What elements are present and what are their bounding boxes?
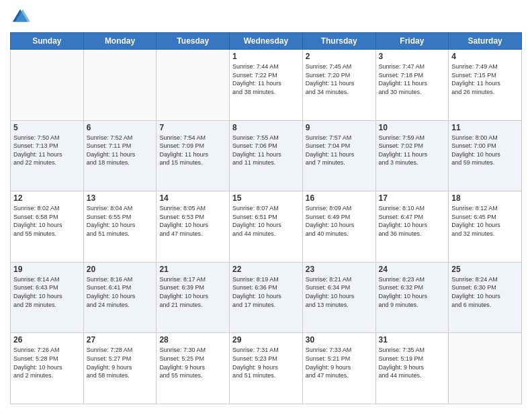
calendar-cell: 13Sunrise: 8:04 AM Sunset: 6:55 PM Dayli…: [83, 191, 157, 263]
calendar-cell: 14Sunrise: 8:05 AM Sunset: 6:53 PM Dayli…: [157, 191, 230, 263]
page: SundayMondayTuesdayWednesdayThursdayFrid…: [0, 0, 532, 411]
day-number: 8: [232, 123, 300, 132]
day-info: Sunrise: 8:17 AM Sunset: 6:39 PM Dayligh…: [159, 275, 226, 309]
calendar-table: SundayMondayTuesdayWednesdayThursdayFrid…: [10, 32, 522, 404]
calendar-cell: 8Sunrise: 7:55 AM Sunset: 7:06 PM Daylig…: [230, 120, 303, 191]
calendar-week-0: 1Sunrise: 7:44 AM Sunset: 7:22 PM Daylig…: [11, 50, 522, 121]
day-number: 15: [232, 193, 300, 203]
day-info: Sunrise: 8:12 AM Sunset: 6:45 PM Dayligh…: [451, 204, 519, 238]
header: [10, 7, 522, 27]
day-info: Sunrise: 7:54 AM Sunset: 7:09 PM Dayligh…: [159, 134, 226, 167]
day-number: 18: [451, 193, 519, 203]
calendar-cell: 11Sunrise: 8:00 AM Sunset: 7:00 PM Dayli…: [449, 120, 522, 191]
day-info: Sunrise: 7:30 AM Sunset: 5:25 PM Dayligh…: [159, 346, 226, 379]
day-number: 28: [159, 335, 226, 345]
day-number: 10: [379, 123, 446, 132]
logo-icon: [10, 7, 30, 27]
calendar-cell: 12Sunrise: 8:02 AM Sunset: 6:58 PM Dayli…: [11, 191, 84, 263]
calendar-cell: [449, 333, 522, 404]
day-info: Sunrise: 7:35 AM Sunset: 5:19 PM Dayligh…: [379, 346, 446, 379]
calendar-cell: 16Sunrise: 8:09 AM Sunset: 6:49 PM Dayli…: [302, 191, 375, 263]
calendar-header-monday: Monday: [83, 33, 157, 50]
day-number: 17: [379, 193, 446, 203]
day-info: Sunrise: 7:49 AM Sunset: 7:15 PM Dayligh…: [451, 62, 519, 96]
day-number: 9: [306, 123, 373, 132]
calendar-cell: 27Sunrise: 7:28 AM Sunset: 5:27 PM Dayli…: [83, 333, 157, 404]
day-number: 29: [232, 335, 300, 345]
day-number: 14: [159, 193, 226, 203]
calendar-header-thursday: Thursday: [302, 33, 375, 50]
day-info: Sunrise: 7:59 AM Sunset: 7:02 PM Dayligh…: [379, 134, 446, 167]
day-number: 21: [159, 265, 226, 274]
calendar-cell: 1Sunrise: 7:44 AM Sunset: 7:22 PM Daylig…: [230, 50, 303, 121]
day-number: 26: [13, 335, 81, 345]
calendar-cell: 6Sunrise: 7:52 AM Sunset: 7:11 PM Daylig…: [83, 120, 157, 191]
day-info: Sunrise: 8:21 AM Sunset: 6:34 PM Dayligh…: [306, 275, 373, 309]
day-info: Sunrise: 7:47 AM Sunset: 7:18 PM Dayligh…: [379, 62, 446, 96]
calendar-header-friday: Friday: [375, 33, 449, 50]
day-number: 19: [13, 265, 81, 274]
calendar-cell: 23Sunrise: 8:21 AM Sunset: 6:34 PM Dayli…: [302, 262, 375, 333]
day-number: 25: [451, 265, 519, 274]
day-number: 7: [159, 123, 226, 132]
day-info: Sunrise: 8:00 AM Sunset: 7:00 PM Dayligh…: [451, 134, 519, 167]
day-number: 16: [306, 193, 373, 203]
calendar-cell: 25Sunrise: 8:24 AM Sunset: 6:30 PM Dayli…: [449, 262, 522, 333]
calendar-header-saturday: Saturday: [449, 33, 522, 50]
day-info: Sunrise: 7:26 AM Sunset: 5:28 PM Dayligh…: [13, 346, 81, 379]
calendar-cell: 19Sunrise: 8:14 AM Sunset: 6:43 PM Dayli…: [11, 262, 84, 333]
calendar-cell: 31Sunrise: 7:35 AM Sunset: 5:19 PM Dayli…: [375, 333, 449, 404]
day-info: Sunrise: 7:44 AM Sunset: 7:22 PM Dayligh…: [232, 62, 300, 96]
day-info: Sunrise: 7:52 AM Sunset: 7:11 PM Dayligh…: [87, 134, 154, 167]
calendar-week-2: 12Sunrise: 8:02 AM Sunset: 6:58 PM Dayli…: [11, 191, 522, 263]
day-number: 20: [87, 265, 154, 274]
calendar-cell: 17Sunrise: 8:10 AM Sunset: 6:47 PM Dayli…: [375, 191, 449, 263]
day-number: 11: [451, 123, 519, 132]
day-info: Sunrise: 8:04 AM Sunset: 6:55 PM Dayligh…: [87, 204, 154, 238]
calendar-cell: [157, 50, 230, 121]
day-info: Sunrise: 7:31 AM Sunset: 5:23 PM Dayligh…: [232, 346, 300, 379]
calendar-cell: 10Sunrise: 7:59 AM Sunset: 7:02 PM Dayli…: [375, 120, 449, 191]
calendar-cell: [83, 50, 157, 121]
day-info: Sunrise: 8:16 AM Sunset: 6:41 PM Dayligh…: [87, 275, 154, 309]
calendar-cell: 5Sunrise: 7:50 AM Sunset: 7:13 PM Daylig…: [11, 120, 84, 191]
calendar-week-4: 26Sunrise: 7:26 AM Sunset: 5:28 PM Dayli…: [11, 333, 522, 404]
calendar-header-row: SundayMondayTuesdayWednesdayThursdayFrid…: [11, 33, 522, 50]
day-info: Sunrise: 7:33 AM Sunset: 5:21 PM Dayligh…: [306, 346, 373, 379]
calendar-cell: 4Sunrise: 7:49 AM Sunset: 7:15 PM Daylig…: [449, 50, 522, 121]
day-number: 1: [232, 52, 300, 61]
day-number: 22: [232, 265, 300, 274]
calendar-header-sunday: Sunday: [11, 33, 84, 50]
calendar-cell: [11, 50, 84, 121]
calendar-header-tuesday: Tuesday: [157, 33, 230, 50]
day-info: Sunrise: 8:09 AM Sunset: 6:49 PM Dayligh…: [306, 204, 373, 238]
logo: [10, 7, 32, 27]
day-number: 23: [306, 265, 373, 274]
calendar-cell: 24Sunrise: 8:23 AM Sunset: 6:32 PM Dayli…: [375, 262, 449, 333]
calendar-cell: 7Sunrise: 7:54 AM Sunset: 7:09 PM Daylig…: [157, 120, 230, 191]
calendar-cell: 30Sunrise: 7:33 AM Sunset: 5:21 PM Dayli…: [302, 333, 375, 404]
day-info: Sunrise: 7:50 AM Sunset: 7:13 PM Dayligh…: [13, 134, 81, 167]
day-number: 31: [379, 335, 446, 345]
day-info: Sunrise: 8:05 AM Sunset: 6:53 PM Dayligh…: [159, 204, 226, 238]
day-number: 27: [87, 335, 154, 345]
day-info: Sunrise: 8:14 AM Sunset: 6:43 PM Dayligh…: [13, 275, 81, 309]
calendar-cell: 26Sunrise: 7:26 AM Sunset: 5:28 PM Dayli…: [11, 333, 84, 404]
day-number: 30: [306, 335, 373, 345]
day-number: 13: [87, 193, 154, 203]
day-info: Sunrise: 8:07 AM Sunset: 6:51 PM Dayligh…: [232, 204, 300, 238]
calendar-cell: 29Sunrise: 7:31 AM Sunset: 5:23 PM Dayli…: [230, 333, 303, 404]
calendar-week-1: 5Sunrise: 7:50 AM Sunset: 7:13 PM Daylig…: [11, 120, 522, 191]
calendar-cell: 28Sunrise: 7:30 AM Sunset: 5:25 PM Dayli…: [157, 333, 230, 404]
day-number: 3: [379, 52, 446, 61]
day-info: Sunrise: 8:24 AM Sunset: 6:30 PM Dayligh…: [451, 275, 519, 309]
day-info: Sunrise: 7:28 AM Sunset: 5:27 PM Dayligh…: [87, 346, 154, 379]
day-number: 2: [306, 52, 373, 61]
calendar-week-3: 19Sunrise: 8:14 AM Sunset: 6:43 PM Dayli…: [11, 262, 522, 333]
day-info: Sunrise: 7:45 AM Sunset: 7:20 PM Dayligh…: [306, 62, 373, 96]
calendar-cell: 9Sunrise: 7:57 AM Sunset: 7:04 PM Daylig…: [302, 120, 375, 191]
calendar-cell: 20Sunrise: 8:16 AM Sunset: 6:41 PM Dayli…: [83, 262, 157, 333]
calendar-cell: 21Sunrise: 8:17 AM Sunset: 6:39 PM Dayli…: [157, 262, 230, 333]
day-number: 12: [13, 193, 81, 203]
calendar-cell: 2Sunrise: 7:45 AM Sunset: 7:20 PM Daylig…: [302, 50, 375, 121]
